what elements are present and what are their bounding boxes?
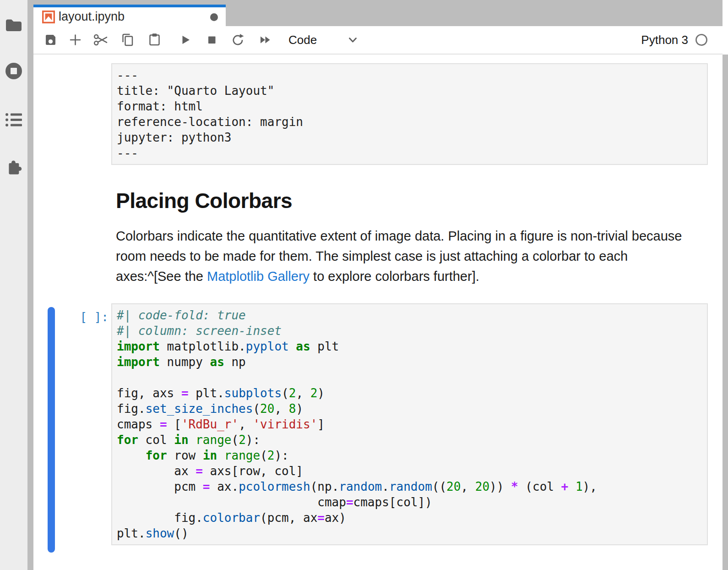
dock-panel-gap [27, 0, 33, 570]
run-cell-button[interactable] [178, 33, 192, 47]
run-icon [178, 33, 192, 47]
cell-type-select[interactable]: Code [288, 33, 317, 47]
plus-icon [68, 33, 82, 47]
main-panel: layout.ipynb [33, 0, 723, 570]
notebook-icon [42, 11, 55, 23]
tab-title: layout.ipynb [59, 10, 125, 24]
sidebar-item-file-browser[interactable] [0, 18, 27, 32]
insert-cell-button[interactable] [68, 33, 82, 47]
restart-run-all-button[interactable] [258, 33, 273, 47]
chevron-down-icon [346, 33, 360, 47]
stop-circle-icon [5, 62, 23, 80]
sidebar-item-table-of-contents[interactable] [0, 112, 27, 127]
sidebar-item-running-kernels[interactable] [0, 62, 27, 80]
kernel-name[interactable]: Python 3 [641, 33, 688, 47]
paragraph-text-after-link: to explore colorbars further]. [310, 269, 479, 284]
tab-bar: layout.ipynb [33, 0, 723, 26]
copy-icon [120, 33, 135, 48]
tab-layout-ipynb[interactable]: layout.ipynb [33, 5, 226, 26]
list-icon [5, 112, 22, 127]
notebook-toolbar: Code Python 3 [33, 26, 723, 55]
activity-sidebar [0, 0, 27, 570]
puzzle-icon [5, 159, 22, 175]
cell-collapser[interactable] [48, 307, 55, 553]
save-button[interactable] [43, 33, 58, 47]
restart-kernel-button[interactable] [230, 33, 245, 48]
cell-type-select-arrow[interactable] [346, 33, 360, 47]
unsaved-changes-indicator[interactable] [210, 13, 218, 21]
interrupt-kernel-button[interactable] [205, 33, 219, 47]
scissors-icon [93, 32, 109, 48]
clipboard-icon [147, 33, 162, 48]
cut-cells-button[interactable] [93, 32, 109, 48]
save-icon [43, 33, 58, 47]
raw-cell-yaml-frontmatter[interactable]: ---title: "Quarto Layout"format: htmlref… [111, 63, 708, 165]
restart-icon [230, 33, 245, 48]
kernel-status-button[interactable] [695, 33, 708, 47]
markdown-paragraph: Colorbars indicate the quantitative exte… [116, 226, 695, 286]
jupyterlab-window: layout.ipynb [0, 0, 728, 570]
stop-icon [205, 33, 219, 47]
code-cell-editor[interactable]: #| code-fold: true#| column: screen-inse… [111, 303, 708, 545]
kernel-idle-icon [695, 33, 708, 47]
cell-type-value: Code [288, 33, 317, 47]
folder-icon [5, 18, 22, 32]
execution-prompt: [ ]: [52, 309, 109, 325]
copy-cells-button[interactable] [120, 33, 135, 48]
sidebar-item-extensions[interactable] [0, 159, 27, 175]
right-gutter [723, 55, 728, 570]
markdown-heading: Placing Colorbars [116, 188, 292, 213]
fast-forward-icon [258, 33, 273, 47]
notebook-content: ---title: "Quarto Layout"format: htmlref… [33, 55, 723, 570]
matplotlib-gallery-link[interactable]: Matplotlib Gallery [207, 269, 310, 284]
paste-cells-button[interactable] [147, 33, 162, 48]
